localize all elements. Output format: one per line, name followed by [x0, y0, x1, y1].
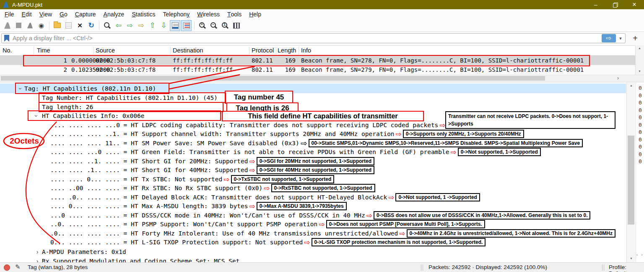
- scroll-down-icon[interactable]: ▼: [638, 70, 641, 73]
- bit-text: .... .... .1.. .... = HT Short GI for 40…: [50, 167, 248, 173]
- tree-bit-row[interactable]: .... .... 0... .... = HT Tx STBC: Not su…: [50, 175, 334, 184]
- tree-bit-row[interactable]: .... .... .... ...0 = HT LDPC coding cap…: [50, 120, 447, 130]
- pencil-icon[interactable]: ✎: [15, 263, 21, 271]
- capture-options-button[interactable]: ◉: [36, 20, 47, 31]
- col-time[interactable]: Time: [37, 47, 50, 54]
- tree-tag[interactable]: Tag: HT Capabilities (802.11n D1.10): [24, 84, 156, 93]
- tree-bit-row[interactable]: ..0. .... .... .... = HT PSMP Support: W…: [50, 220, 485, 229]
- menu-edit[interactable]: Edit: [18, 9, 36, 19]
- close-button[interactable]: ×: [625, 0, 644, 9]
- add-filter-button[interactable]: +: [630, 34, 641, 43]
- tree-bit-row[interactable]: .... 0... .... .... = HT Max A-MSDU leng…: [50, 201, 347, 211]
- vscroll-thumb[interactable]: [628, 136, 634, 225]
- col-length[interactable]: Length: [278, 47, 296, 54]
- tree-ampdu[interactable]: A-MPDU Parameters: 0x1d: [42, 247, 126, 256]
- filter-dropdown-caret[interactable]: ▾: [617, 34, 624, 42]
- close-capture-button[interactable]: ✕: [75, 20, 85, 31]
- go-first-packet-button[interactable]: ⇧: [147, 20, 158, 31]
- go-back-button[interactable]: ⇦: [113, 20, 124, 31]
- packet-list-vscrollbar[interactable]: ▲ ▼: [635, 45, 644, 75]
- tree-bit-row[interactable]: .... .0.. .... .... = HT Delayed Block A…: [50, 193, 480, 202]
- tree-bit-row[interactable]: .... .... .... ..1. = HT Support channel…: [50, 129, 524, 139]
- go-last-packet-button[interactable]: ⇩: [158, 20, 169, 31]
- go-forward-button[interactable]: ⇨: [125, 20, 135, 31]
- tree-bit-row[interactable]: .... .... .1.. .... = HT Short GI for 40…: [50, 165, 374, 175]
- tree-tag-number[interactable]: Tag Number: HT Capabilities (802.11n D1.…: [42, 93, 218, 102]
- tree-bit-row[interactable]: .0.. .... .... .... = HT Forty MHz Intol…: [50, 229, 615, 238]
- minimize-button[interactable]: –: [586, 0, 605, 9]
- zoom-reset-button[interactable]: 1: [220, 20, 230, 31]
- zoom-in-button[interactable]: +: [197, 20, 208, 31]
- column-divider[interactable]: [34, 47, 34, 55]
- detail-vscrollbar[interactable]: ▲ ▼: [626, 83, 635, 262]
- bookmark-icon[interactable]: [4, 35, 9, 42]
- packet-row-2[interactable]: 20.10235900002:02:5b:03:c7:f8ff:ff:ff:ff…: [0, 65, 635, 74]
- capture-restart-button[interactable]: [25, 20, 35, 31]
- scroll-up-icon[interactable]: ▲: [638, 47, 641, 50]
- annotation-note: 0->Max A-MSDU 3839,1->7935bytes: [257, 202, 347, 210]
- menu-analyze[interactable]: Analyze: [100, 9, 128, 19]
- tree-ht-cap-info[interactable]: HT Capabilities Info: 0x006e: [42, 111, 144, 120]
- capture-start-button[interactable]: [2, 20, 13, 31]
- filter-bar: ⇨ ▾ +: [0, 32, 644, 44]
- menu-go[interactable]: Go: [56, 9, 71, 19]
- resize-columns-button[interactable]: [231, 20, 242, 31]
- tree-tag-length[interactable]: Tag length: 26: [42, 102, 93, 112]
- display-filter-input[interactable]: [13, 35, 602, 42]
- menu-statistics[interactable]: Statistics: [128, 9, 159, 19]
- col-source[interactable]: Source: [96, 47, 115, 54]
- column-divider[interactable]: [93, 47, 93, 55]
- go-to-packet-button[interactable]: ⇨: [136, 20, 146, 31]
- menu-capture[interactable]: Capture: [71, 9, 100, 19]
- open-file-button[interactable]: [52, 20, 62, 31]
- packet-list-hscrollbar[interactable]: ›: [0, 75, 644, 81]
- scroll-up-icon[interactable]: ▲: [630, 84, 633, 87]
- apply-filter-button[interactable]: ⇨: [602, 34, 616, 42]
- annotation-note: 0->SGI for 40MHz not supported, 1->Suppo…: [257, 166, 374, 174]
- zoom-out-button[interactable]: −: [208, 20, 219, 31]
- column-divider[interactable]: [299, 47, 299, 55]
- display-filter-box[interactable]: ⇨ ▾: [1, 33, 626, 43]
- menu-view[interactable]: View: [36, 9, 56, 19]
- colorize-button[interactable]: [181, 20, 192, 31]
- find-packet-button[interactable]: [102, 20, 112, 31]
- packet-row-1[interactable]: 10.00000000002:02:5b:03:c7:f8ff:ff:ff:ff…: [0, 56, 635, 65]
- tree-bit-row[interactable]: .... .... .... 11.. = HT SM Power Save: …: [50, 139, 583, 148]
- tree-bit-row[interactable]: ...0 .... .... .... = HT DSSS/CCK mode i…: [50, 211, 590, 220]
- scroll-right-icon[interactable]: ›: [617, 75, 619, 81]
- tree-bit-row[interactable]: .... .... ..1. .... = HT Short GI for 20…: [50, 157, 374, 166]
- auto-scroll-button[interactable]: [170, 20, 180, 31]
- menu-help[interactable]: Help: [245, 9, 265, 19]
- restore-button[interactable]: [605, 0, 625, 9]
- tree-bit-row[interactable]: .... .... ...0 .... = HT Green Field: Tr…: [50, 147, 541, 157]
- expander-closed-icon[interactable]: ›: [34, 256, 40, 262]
- column-divider[interactable]: [249, 47, 249, 55]
- menu-wireless[interactable]: Wireless: [193, 9, 223, 19]
- back-arrow-icon: ⇦: [115, 21, 121, 30]
- col-destination[interactable]: Destination: [173, 47, 203, 54]
- reload-button[interactable]: ↻: [86, 20, 96, 31]
- hscroll-thumb[interactable]: [1, 76, 545, 81]
- annotation-note: 0->SGI for 20MHz not supported, 1->Suppo…: [257, 157, 374, 165]
- tree-bit-row[interactable]: .... ..00 .... .... = HT Rx STBC: No Rx …: [50, 183, 375, 193]
- tree-mcs[interactable]: Rx Supported Modulation and Coding Schem…: [42, 256, 239, 262]
- menu-file[interactable]: File: [1, 9, 18, 19]
- scroll-down-icon[interactable]: ▼: [630, 257, 633, 260]
- expander-open-icon[interactable]: ›: [16, 86, 25, 92]
- capture-stop-button[interactable]: [13, 20, 24, 31]
- col-protocol[interactable]: Protocol: [252, 47, 274, 54]
- menu-tools[interactable]: Tools: [223, 9, 245, 19]
- bytes-mini-scrollbar[interactable]: ‹ ›: [636, 253, 644, 257]
- column-divider[interactable]: [170, 47, 171, 55]
- menu-telephony[interactable]: Telephony: [159, 9, 193, 19]
- status-profile[interactable]: Profile: Default: [609, 264, 644, 272]
- status-bar: ✎ Tag (wlan.tag), 28 bytes Packets: 2425…: [0, 262, 644, 272]
- col-info[interactable]: Info: [301, 47, 311, 54]
- expert-info-icon[interactable]: [4, 264, 10, 271]
- tree-bit-row[interactable]: 0... .... .... .... = HT L-SIG TXOP Prot…: [50, 238, 486, 247]
- expander-open-icon[interactable]: ›: [32, 113, 41, 119]
- save-file-button[interactable]: [63, 20, 74, 31]
- expander-closed-icon[interactable]: ›: [34, 247, 40, 256]
- col-no[interactable]: No.: [3, 47, 12, 54]
- column-divider[interactable]: [276, 47, 276, 55]
